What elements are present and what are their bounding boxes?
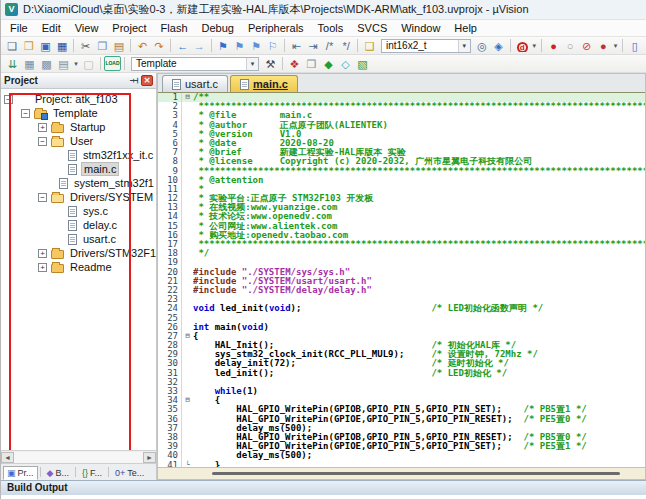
build-icon[interactable]: ▦ bbox=[21, 56, 38, 71]
debug-session-icon[interactable]: ▯ bbox=[626, 38, 643, 53]
menu-peripherals[interactable]: Peripherals bbox=[241, 21, 311, 35]
fold-collapse-icon[interactable]: ⊟ bbox=[182, 93, 193, 102]
fold-collapse-icon[interactable]: ⊟ bbox=[182, 332, 193, 341]
manage-project-items-icon[interactable]: ❖ bbox=[286, 56, 303, 71]
cut-icon[interactable]: ✂ bbox=[77, 38, 94, 53]
menu-edit[interactable]: Edit bbox=[35, 21, 68, 35]
tree-item-drivers-stm32f1xx-[interactable]: +Drivers/STM32F1xx_ bbox=[1, 246, 156, 260]
chevron-down-icon[interactable]: ▾ bbox=[458, 40, 470, 52]
fold-collapse-icon[interactable]: ⊟ bbox=[182, 396, 193, 405]
panel-tab-f[interactable]: {}F... bbox=[78, 466, 106, 480]
copy-icon[interactable]: ❐ bbox=[94, 38, 111, 53]
tree-item-drivers-system[interactable]: −Drivers/SYSTEM bbox=[1, 190, 156, 204]
disable-all-breakpoints-icon[interactable]: ● bbox=[595, 38, 612, 53]
chevron-down-icon[interactable]: ▾ bbox=[72, 60, 80, 68]
menu-file[interactable]: File bbox=[3, 21, 35, 35]
bookmark-prev-icon[interactable]: ⚑ bbox=[231, 38, 248, 53]
scroll-track[interactable] bbox=[14, 452, 143, 463]
menu-project[interactable]: Project bbox=[105, 21, 153, 35]
collapse-icon[interactable]: − bbox=[21, 109, 30, 118]
tree-item-main-c[interactable]: main.c bbox=[1, 162, 156, 176]
menu-help[interactable]: Help bbox=[447, 21, 484, 35]
tree-item-template[interactable]: −Template bbox=[1, 106, 156, 120]
new-file-icon[interactable]: ❏ bbox=[4, 38, 21, 53]
enable-breakpoint-icon[interactable]: ○ bbox=[562, 38, 579, 53]
tree-item-startup[interactable]: +Startup bbox=[1, 120, 156, 134]
document-tab-usart.c[interactable]: usart.c bbox=[162, 75, 228, 92]
menu-window[interactable]: Window bbox=[394, 21, 447, 35]
kill-all-breakpoints-icon[interactable]: ⊘ bbox=[578, 38, 595, 53]
tree-item-stm32f1xx-it-c[interactable]: stm32f1xx_it.c bbox=[1, 148, 156, 162]
insert-breakpoint-icon[interactable]: ● bbox=[545, 38, 562, 53]
menu-tools[interactable]: Tools bbox=[311, 21, 351, 35]
panel-tab-pr[interactable]: ▣Pr... bbox=[3, 466, 38, 480]
incremental-find-icon[interactable]: ◈ bbox=[490, 38, 507, 53]
bookmark-next-icon[interactable]: ⚑ bbox=[248, 38, 265, 53]
tree-item-project-atk-f103[interactable]: −Project: atk_f103 bbox=[1, 92, 156, 106]
indent-icon[interactable]: ⇥ bbox=[305, 38, 322, 53]
comment-selection-icon[interactable]: /* bbox=[321, 38, 338, 53]
build-output-header[interactable]: Build Output bbox=[1, 480, 646, 495]
menu-view[interactable]: View bbox=[68, 21, 106, 35]
tree-item-sys-c[interactable]: sys.c bbox=[1, 204, 156, 218]
download-icon[interactable]: LOAD bbox=[104, 56, 121, 71]
navigate-back-icon[interactable]: ← bbox=[174, 38, 191, 53]
menu-flash[interactable]: Flash bbox=[154, 21, 195, 35]
undo-icon[interactable]: ↶ bbox=[134, 38, 151, 53]
stop-build-icon[interactable]: ▢ bbox=[80, 56, 97, 71]
scroll-right-icon[interactable]: ► bbox=[143, 452, 156, 463]
menu-svcs[interactable]: SVCS bbox=[350, 21, 394, 35]
expand-icon[interactable]: + bbox=[38, 123, 47, 132]
document-tab-main.c[interactable]: main.c bbox=[230, 75, 298, 92]
manage-multi-project-icon[interactable]: ❐ bbox=[303, 56, 320, 71]
collapse-icon[interactable]: − bbox=[38, 137, 47, 146]
redo-icon[interactable]: ↷ bbox=[151, 38, 168, 53]
editor-hscrollbar[interactable] bbox=[158, 467, 645, 479]
scroll-left-icon[interactable]: ◄ bbox=[1, 452, 14, 463]
find-in-document-icon[interactable]: ◎ bbox=[474, 38, 491, 53]
tree-item-readme[interactable]: +Readme bbox=[1, 260, 156, 274]
chevron-down-icon[interactable]: ▾ bbox=[246, 58, 258, 70]
expand-icon[interactable]: + bbox=[38, 263, 47, 272]
tree-item-user[interactable]: −User bbox=[1, 134, 156, 148]
save-all-icon[interactable]: ▦ bbox=[54, 38, 71, 53]
chevron-down-icon[interactable]: ▾ bbox=[530, 42, 538, 50]
uncomment-selection-icon[interactable]: */ bbox=[338, 38, 355, 53]
batch-build-icon[interactable]: ▤ bbox=[55, 56, 72, 71]
chevron-down-icon[interactable]: ▾ bbox=[612, 42, 620, 50]
bookmark-toggle-icon[interactable]: ⚑ bbox=[215, 38, 232, 53]
select-software-packs-icon[interactable]: ◇ bbox=[337, 56, 354, 71]
rebuild-icon[interactable]: ▩ bbox=[38, 56, 55, 71]
code-line: 31 led_init(); /* LED初始化 */ bbox=[158, 369, 645, 378]
menu-bar: FileEditViewProjectFlashDebugPeripherals… bbox=[1, 20, 646, 37]
edit-configuration-icon[interactable]: ❑ bbox=[361, 38, 378, 53]
project-tree-hscrollbar[interactable]: ◄ ► bbox=[1, 450, 156, 463]
navigate-forward-icon[interactable]: → bbox=[191, 38, 208, 53]
panel-tab-b[interactable]: ◆B... bbox=[43, 466, 73, 480]
panel-tab-te[interactable]: 0+Te... bbox=[111, 466, 148, 480]
open-file-icon[interactable]: ❒ bbox=[21, 38, 38, 53]
pack-installer-icon[interactable]: ▧ bbox=[354, 56, 371, 71]
bookmark-clear-all-icon[interactable]: ⚐ bbox=[264, 38, 281, 53]
current-symbol-combo[interactable]: int16x2_t▾ bbox=[381, 39, 471, 53]
close-panel-icon[interactable]: ✕ bbox=[141, 75, 153, 86]
pin-panel-icon[interactable]: Ŧ bbox=[128, 75, 139, 87]
find-in-files-icon[interactable]: d bbox=[514, 38, 531, 53]
editor-hscrollbar-thumb[interactable] bbox=[212, 472, 621, 475]
target-options-icon[interactable]: ⚒ bbox=[262, 56, 279, 71]
collapse-icon[interactable]: − bbox=[4, 95, 13, 104]
save-icon[interactable]: ▣ bbox=[37, 38, 54, 53]
collapse-icon[interactable]: − bbox=[38, 193, 47, 202]
target-select-combo[interactable]: Template▾ bbox=[131, 57, 259, 71]
tree-item-delay-c[interactable]: delay.c bbox=[1, 218, 156, 232]
tree-item-system-stm32f1[interactable]: system_stm32f1 bbox=[1, 176, 156, 190]
outdent-icon[interactable]: ⇤ bbox=[288, 38, 305, 53]
paste-icon[interactable]: ▤ bbox=[111, 38, 128, 53]
menu-debug[interactable]: Debug bbox=[195, 21, 241, 35]
find-in-files-glyph: d bbox=[517, 42, 528, 53]
tree-item-usart-c[interactable]: usart.c bbox=[1, 232, 156, 246]
code-editor[interactable]: 1⊟/**2 *********************************… bbox=[158, 93, 645, 467]
manage-rte-icon[interactable]: ◆ bbox=[320, 56, 337, 71]
translate-file-icon[interactable]: ⇊ bbox=[4, 56, 21, 71]
expand-icon[interactable]: + bbox=[38, 249, 47, 258]
